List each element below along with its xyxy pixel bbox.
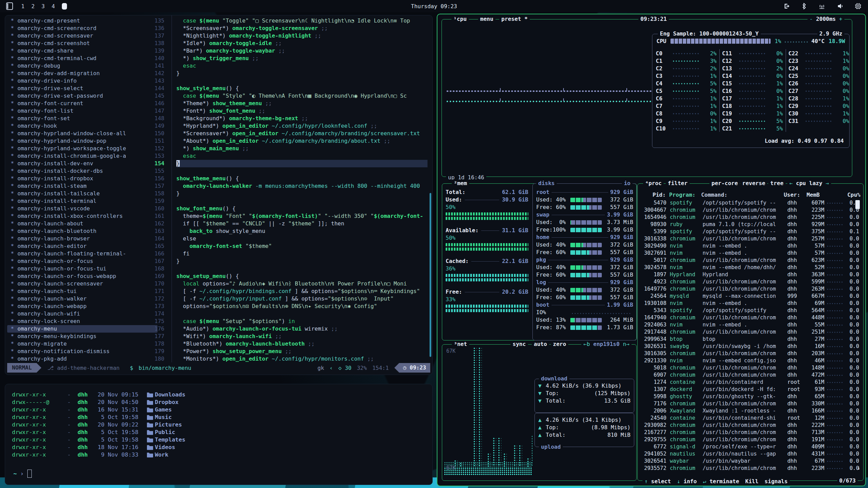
file-item[interactable]: *omarchy-install-dev-env (7, 160, 158, 167)
process-row[interactable]: 1930108nvimnvim --embed .dhh69M0.0 (640, 300, 860, 307)
file-item[interactable]: *omarchy-cmd-screenrecord (7, 25, 158, 32)
file-item[interactable]: *omarchy-install-docker-dbs (7, 167, 158, 175)
process-row[interactable]: 2917448chromium/usr/lib/chromium/chromdh… (640, 329, 860, 336)
file-item[interactable]: *omarchy-font-set (7, 115, 158, 122)
file-item[interactable]: *omarchy-drive-select (7, 85, 158, 92)
file-item[interactable]: *omarchy-migrate (7, 340, 158, 348)
file-item[interactable]: *omarchy-notification-dismiss (7, 348, 158, 355)
process-row[interactable]: 2167277chromium/usr/lib/chromium/chromdh… (640, 429, 860, 436)
process-row[interactable]: 24564mysqldmysqld --max-connection999667… (640, 293, 860, 300)
proc-action-info[interactable]: ↓ info (677, 478, 697, 485)
net-auto-button[interactable]: auto (532, 340, 549, 348)
editor-scrollbar[interactable] (430, 193, 431, 357)
tree-button[interactable]: tree (768, 180, 786, 187)
file-item[interactable]: *omarchy-cmd-screensaver (7, 32, 158, 40)
file-item[interactable]: *omarchy-launch-or-focus-tui (7, 265, 158, 273)
process-row[interactable]: 5343spotify/opt/spotify/spotifydhh564M0.… (640, 307, 860, 314)
file-item[interactable]: *omarchy-hyprland-window-pop (7, 137, 158, 145)
refresh-interval[interactable]: - 2000ms + (808, 15, 844, 23)
sort-column-switcher[interactable]: ← cpu lazy → (787, 180, 831, 187)
file-item[interactable]: *omarchy-launch-or-focus (7, 257, 158, 265)
file-item[interactable]: *omarchy-pkg-add (7, 355, 158, 363)
file-item[interactable]: *omarchy-install-dropbox (7, 175, 158, 182)
process-row[interactable]: 7176chromium/usr/lib/chromium/chromdhh33… (640, 400, 860, 407)
file-item[interactable]: *omarchy-install-chromium-google-a (7, 152, 158, 160)
file-item[interactable]: *omarchy-launch-bluetooth (7, 227, 158, 235)
process-row[interactable]: 5017chromium/usr/lib/chromium/chromdhh62… (640, 257, 860, 264)
process-row[interactable]: 2941052nautilus/usr/bin/nautilus --gapdh… (640, 450, 860, 458)
net-interface-switcher[interactable]: ←b enp191s0 n→ (581, 340, 632, 348)
proc-scroll-down-arrow[interactable]: ↓ (857, 464, 860, 471)
file-item[interactable]: *omarchy-hyprland-workspace-toggle (7, 145, 158, 152)
proc-action-signals[interactable]: signals (764, 478, 787, 485)
file-item[interactable]: *omarchy-launch-editor (7, 242, 158, 250)
file-item[interactable]: *omarchy-install-steam (7, 182, 158, 190)
process-row[interactable]: 6907chromium/usr/lib/chromium/chromdhh47… (640, 372, 860, 379)
file-item[interactable]: *omarchy-cmd-screenshot (7, 40, 158, 47)
process-row[interactable]: 1897HyprlandHyprlanddhh363M0.0 (640, 271, 860, 278)
process-row[interactable]: 1274containe/usr/bin/containerdroot61M0.… (640, 379, 860, 386)
file-item[interactable]: *omarchy-dev-add-migration (7, 70, 158, 77)
proc-action-select[interactable]: ↑ select (645, 478, 671, 485)
shell-prompt[interactable]: ~ › (13, 470, 32, 478)
file-item[interactable]: *omarchy-launch-or-focus-webapp (7, 273, 158, 280)
process-row[interactable]: 1654946chromium/usr/lib/chromium/chromdh… (640, 214, 860, 221)
process-row[interactable]: 5998ghostty/usr/bin/ghostty --gtk-dhh65M… (640, 393, 860, 400)
file-item[interactable]: *omarchy-hyprland-window-close-all (7, 130, 158, 137)
file-item[interactable]: *omarchy-launch-screensaver (7, 280, 158, 288)
process-row[interactable]: 2006XwaylandXwayland :1 -rootless -dhh16… (640, 407, 860, 415)
process-row[interactable]: 1307dockerd/usr/bin/dockerd -H fd:root93… (640, 386, 860, 393)
file-item[interactable]: *omarchy-launch-browser (7, 235, 158, 242)
file-item[interactable]: *omarchy-launch-about (7, 220, 158, 227)
process-row[interactable]: 3024578nvimnvim --embed /home/dhh/dhh52M… (640, 264, 860, 271)
process-row[interactable]: 5470spotify/opt/spotify/spotify --dhh607… (640, 199, 860, 207)
process-row[interactable]: 3016338chromium/usr/lib/chromium/chromdh… (640, 235, 860, 242)
process-row[interactable]: 2999634btopbtopdhh27M0.0 (640, 336, 860, 343)
process-row[interactable]: 6772signal-d/proc/self/exe --type=rdhh40… (640, 443, 860, 450)
proc-scrollbar[interactable] (855, 200, 860, 209)
file-item[interactable]: *omarchy-install-vscode (7, 205, 158, 212)
process-row[interactable]: 2929755chromium/usr/lib/chromium/chromdh… (640, 436, 860, 443)
process-row[interactable]: 98930rubypuma 7.1.0 (tcp://localdhh929M0… (640, 221, 860, 228)
file-item[interactable]: *omarchy-font-current (7, 100, 158, 107)
file-item[interactable]: *omarchy-hook (7, 122, 158, 130)
file-item[interactable]: *omarchy-launch-floating-terminal- (7, 250, 158, 257)
process-row[interactable]: 3004667chromium/usr/lib/chromium/chromdh… (640, 207, 860, 214)
io-tab[interactable]: io (622, 180, 633, 187)
file-item[interactable]: *omarchy-launch-webapp (7, 303, 158, 310)
file-item[interactable]: *omarchy-install-tailscale (7, 190, 158, 197)
file-item[interactable]: *omarchy-menu (7, 325, 158, 333)
process-row[interactable]: 3027691nvimnvim --embed .dhh57M0.0 (640, 250, 860, 257)
file-item[interactable]: *omarchy-drive-info (7, 77, 158, 85)
proc-action-terminate[interactable]: ↵ terminate (703, 478, 739, 485)
process-row[interactable]: 1649776chromium/usr/lib/chromium/chromdh… (640, 285, 860, 293)
net-zero-button[interactable]: zero (551, 340, 568, 348)
file-item[interactable]: *omarchy-launch-tui (7, 288, 158, 295)
file-item[interactable]: *omarchy-drive-set-password (7, 92, 158, 100)
process-row[interactable]: 3026531swaybg/usr/bin/swaybg -i /homdhh1… (640, 343, 860, 350)
process-row[interactable]: 3026541waybar/usr/bin/waybardhh67M0.0 (640, 458, 860, 465)
menu-button[interactable]: menu (478, 15, 496, 23)
preset-button[interactable]: preset * (499, 15, 530, 23)
process-row[interactable]: 5018chromium/usr/lib/chromium/chromdhh14… (640, 364, 860, 372)
process-row[interactable]: 2921330nvimnvim --embed config.jsodhh46M… (640, 357, 860, 364)
process-row[interactable]: 2935572chromium/usr/lib/chromium/chromdh… (640, 465, 860, 472)
process-row[interactable]: 3029490nvimnvim --embed .dhh57M0.0 (640, 242, 860, 250)
file-item[interactable]: *omarchy-cmd-share (7, 47, 158, 55)
process-row[interactable]: 4923chromium/usr/lib/chromium/chromdhh59… (640, 278, 860, 285)
process-row[interactable]: 3016305chromium/usr/lib/chromium/chromdh… (640, 350, 860, 357)
file-item[interactable]: *omarchy-install-xbox-controllers (7, 212, 158, 220)
process-row[interactable]: 24540containe/usr/bin/containerd-shiroot… (640, 415, 860, 422)
process-row[interactable]: 1647940chromium/usr/lib/chromium/chromdh… (640, 314, 860, 321)
file-item[interactable]: *omarchy-cmd-present (7, 17, 158, 25)
file-item[interactable]: *omarchy-cmd-terminal-cwd (7, 55, 158, 62)
process-row[interactable]: 2930982chromium/usr/lib/chromium/chromdh… (640, 422, 860, 429)
per-core-button[interactable]: per-core (709, 180, 740, 187)
reverse-button[interactable]: reverse (740, 180, 767, 187)
file-item[interactable]: *omarchy-debug (7, 62, 158, 70)
filter-button[interactable]: filter (666, 180, 690, 187)
file-item[interactable]: *omarchy-font-list (7, 107, 158, 115)
process-row[interactable]: 5399spotify/opt/spotify/spotify --dhh375… (640, 228, 860, 235)
file-item[interactable]: *omarchy-launch-walker (7, 295, 158, 303)
file-item[interactable]: *omarchy-menu-keybindings (7, 333, 158, 340)
